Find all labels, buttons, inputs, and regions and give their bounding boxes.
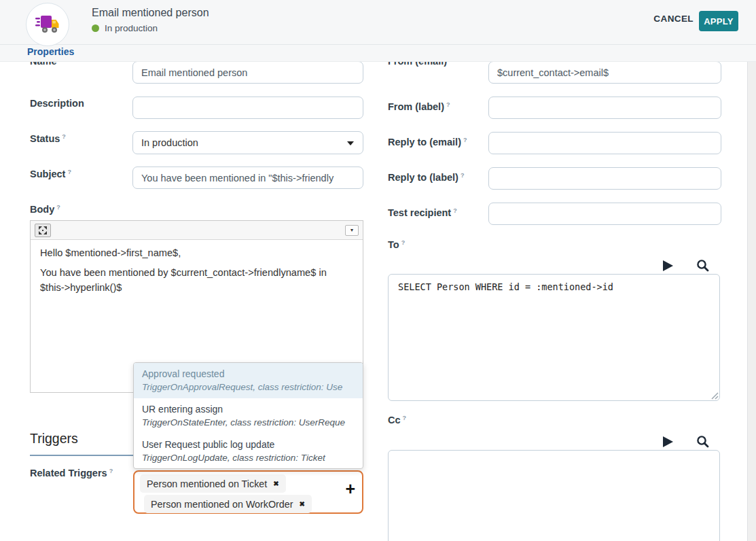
cc-hint: ? [403,415,407,421]
run-query-play-icon[interactable] [663,260,673,271]
from-email-input[interactable] [488,61,721,84]
body-paragraph: Hello $mentioned->first_name$, [40,246,340,261]
subject-hint: ? [67,169,71,175]
status-line: In production [92,23,158,33]
status-badge: In production [105,23,158,33]
chevron-down-icon [347,141,354,145]
related-triggers-field[interactable]: Person mentioned on Ticket ✖ Person ment… [133,470,363,514]
toolbar-collapse-icon[interactable]: ▾ [345,225,359,236]
page-header: Email mentioned person In production CAN… [0,0,756,62]
reply-to-email-hint: ? [463,137,467,143]
status-dot-icon [92,24,99,32]
search-icon[interactable] [696,435,709,448]
body-content[interactable]: Hello $mentioned->first_name$, You have … [31,240,350,307]
cc-query-textarea[interactable] [388,450,720,541]
body-hint: ? [56,204,60,211]
reply-to-label-hint: ? [461,172,465,179]
reply-to-label-input[interactable] [488,167,721,190]
reply-to-label-label: Reply to (label)? [388,172,464,183]
delivery-truck-icon [35,14,60,35]
subject-label: Subject? [30,169,71,179]
suggestion-item[interactable]: Approval requested TriggerOnApprovalRequ… [134,363,363,398]
related-trigger-tag: Person mentioned on Ticket ✖ [140,474,286,493]
action-email-edit-screen: Name Description Status? In production S… [0,0,756,541]
from-label-hint: ? [446,101,450,108]
suggestion-subtitle: TriggerOnApprovalRequest, class restrict… [142,381,355,394]
apply-button[interactable]: APPLY [699,11,738,31]
trigger-suggestions-dropdown: Approval requested TriggerOnApprovalRequ… [133,362,363,469]
suggestion-title: Approval requested [142,367,355,381]
status-label: Status? [30,133,66,144]
remove-tag-icon[interactable]: ✖ [300,500,305,508]
suggestion-subtitle: TriggerOnLogUpdate, class restriction: T… [142,451,355,464]
resize-handle-icon[interactable] [710,391,719,400]
description-input[interactable] [132,97,363,119]
header-tab-band [0,45,756,62]
related-triggers-hint: ? [109,468,113,474]
tag-label: Person mentioned on WorkOrder [151,499,293,510]
name-input[interactable] [132,61,363,84]
scrollbar[interactable] [747,62,756,541]
maximize-icon[interactable] [35,224,51,237]
test-recipient-hint: ? [453,207,457,214]
body-paragraph: You have been mentioned by $current_cont… [40,266,340,296]
to-label: To? [388,239,405,250]
tag-label: Person mentioned on Ticket [147,478,267,489]
suggestion-item[interactable]: UR entering assign TriggerOnStateEnter, … [134,398,363,434]
add-trigger-button[interactable]: + [345,481,355,498]
test-recipient-label: Test recipient? [388,207,457,218]
suggestion-subtitle: TriggerOnStateEnter, class restriction: … [142,416,355,429]
from-label-label: From (label)? [388,101,450,112]
run-query-play-icon[interactable] [663,436,673,447]
cc-label: Cc? [388,415,406,425]
triggers-section-title: Triggers [30,431,78,447]
status-hint: ? [62,133,66,140]
suggestion-title: User Request public log update [142,438,355,451]
test-recipient-input[interactable] [488,203,721,225]
description-label: Description [30,98,84,109]
related-trigger-tag: Person mentioned on WorkOrder ✖ [144,495,312,513]
to-hint: ? [401,239,406,246]
reply-to-email-input[interactable] [488,132,721,154]
subject-input[interactable] [132,167,363,189]
reply-to-email-label: Reply to (email)? [388,137,467,147]
suggestion-item[interactable]: User Request public log update TriggerOn… [134,434,363,469]
remove-tag-icon[interactable]: ✖ [273,480,278,487]
suggestion-title: UR entering assign [142,402,355,416]
to-query-textarea[interactable]: SELECT Person WHERE id = :mentioned->id [388,274,720,401]
body-label: Body? [30,204,60,215]
tab-properties[interactable]: Properties [27,46,74,57]
search-icon[interactable] [696,259,709,272]
editor-toolbar: ▾ [31,221,363,240]
page-title: Email mentioned person [92,7,209,19]
cancel-button[interactable]: CANCEL [653,14,694,24]
from-label-input[interactable] [488,97,721,119]
avatar [26,3,69,46]
status-select[interactable]: In production [132,131,363,154]
related-triggers-label: Related Triggers? [30,468,113,478]
